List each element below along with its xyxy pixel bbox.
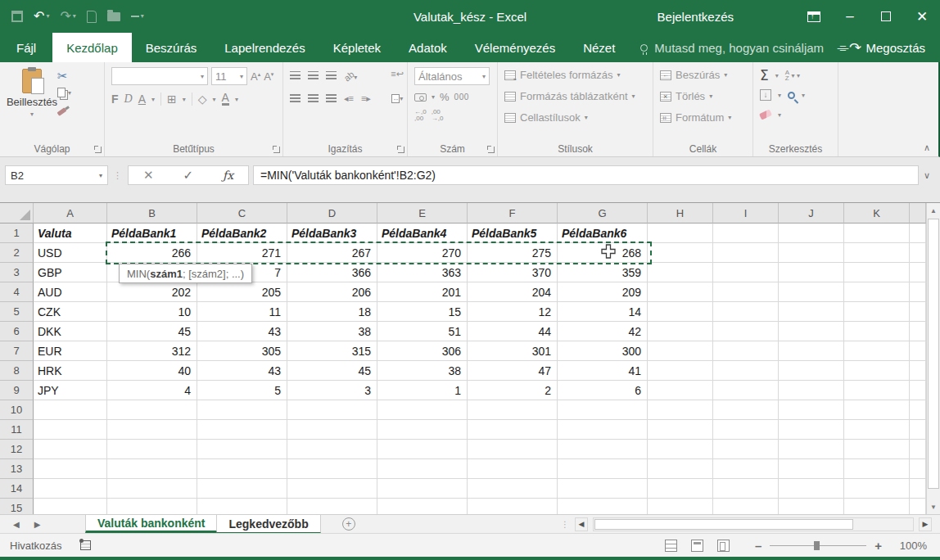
cell[interactable]: 266 <box>107 243 197 263</box>
cell[interactable] <box>713 381 779 400</box>
percent-style-button[interactable]: % <box>440 91 450 103</box>
cell[interactable] <box>377 499 468 514</box>
cell[interactable]: EUR <box>34 341 107 361</box>
scroll-right-icon[interactable]: ▶ <box>919 517 932 531</box>
row-header-3[interactable]: 3 <box>0 263 34 282</box>
cell[interactable] <box>910 224 926 243</box>
vertical-scrollbar-thumb[interactable] <box>928 219 939 489</box>
accounting-format-icon[interactable] <box>414 93 427 102</box>
cell[interactable] <box>713 400 779 420</box>
cell[interactable] <box>377 459 468 479</box>
tab-review[interactable]: Véleményezés <box>461 33 569 62</box>
row-header-9[interactable]: 9 <box>0 381 34 400</box>
cell[interactable] <box>34 499 107 514</box>
undo-button[interactable]: ↶▾ <box>34 10 49 23</box>
cell[interactable]: GBP <box>34 263 107 282</box>
name-box-resizer[interactable]: ⋮ <box>113 170 123 181</box>
sort-filter-button[interactable]: AZ▼▾ <box>785 70 800 81</box>
insert-cells-button[interactable]: Beszúrás▾ <box>660 67 748 83</box>
cell[interactable] <box>844 400 910 420</box>
cell[interactable]: 45 <box>287 361 377 381</box>
cell[interactable] <box>648 400 713 420</box>
chevron-down-icon[interactable]: ▾ <box>432 93 435 101</box>
cell[interactable]: 4 <box>107 381 197 400</box>
cell[interactable] <box>844 282 910 302</box>
cell[interactable] <box>648 243 713 263</box>
select-all-button[interactable] <box>0 203 34 224</box>
cell[interactable] <box>287 400 377 420</box>
delete-cells-button[interactable]: Törlés▾ <box>660 88 748 104</box>
add-sheet-icon[interactable]: + <box>342 517 355 531</box>
underline-button[interactable]: A <box>138 93 146 106</box>
font-dialog-launcher-icon[interactable] <box>273 147 280 153</box>
cell[interactable] <box>910 440 926 459</box>
cell[interactable] <box>779 282 844 302</box>
cell[interactable]: 47 <box>468 361 558 381</box>
cell[interactable] <box>910 282 926 302</box>
column-header-A[interactable]: A <box>34 203 107 224</box>
cell[interactable] <box>844 243 910 263</box>
chevron-down-icon[interactable]: ▾ <box>778 111 781 119</box>
enter-button[interactable]: ✓ <box>183 168 193 183</box>
cell[interactable] <box>648 440 713 459</box>
column-header-D[interactable]: D <box>287 203 377 224</box>
collapse-ribbon-icon[interactable]: ∧ <box>924 142 930 153</box>
tab-formulas[interactable]: Képletek <box>319 33 395 62</box>
cell[interactable]: 3 <box>287 381 377 400</box>
cell[interactable] <box>648 263 713 282</box>
cell[interactable] <box>779 224 844 243</box>
cell[interactable]: JPY <box>34 381 107 400</box>
borders-button[interactable]: ⊞ <box>167 93 177 106</box>
cell-styles-button[interactable]: Cellastílusok▾ <box>504 110 648 125</box>
cell[interactable] <box>713 420 779 440</box>
column-header-B[interactable]: B <box>107 203 197 224</box>
cell[interactable]: 38 <box>377 361 468 381</box>
cell[interactable] <box>713 224 779 243</box>
tab-page-layout[interactable]: Lapelrendezés <box>210 33 319 62</box>
cell[interactable] <box>648 302 713 322</box>
cell[interactable] <box>910 499 926 514</box>
cell[interactable] <box>779 341 844 361</box>
cell[interactable] <box>713 302 779 322</box>
cell[interactable] <box>648 381 713 400</box>
cancel-button[interactable]: ✕ <box>143 168 154 183</box>
cell[interactable] <box>377 400 468 420</box>
row-header-2[interactable]: 2 <box>0 243 34 263</box>
cell[interactable] <box>648 322 713 341</box>
cell[interactable] <box>197 459 287 479</box>
cell[interactable] <box>779 243 844 263</box>
cell[interactable] <box>107 479 197 499</box>
cell[interactable] <box>844 361 910 381</box>
cell[interactable] <box>713 263 779 282</box>
cell[interactable] <box>713 243 779 263</box>
copy-button[interactable]: ▾ <box>57 87 71 98</box>
cell[interactable] <box>713 341 779 361</box>
cell[interactable] <box>910 243 926 263</box>
cell[interactable] <box>197 400 287 420</box>
cell[interactable]: 45 <box>107 322 197 341</box>
macro-record-icon[interactable] <box>80 540 91 550</box>
chevron-down-icon[interactable]: ▾ <box>151 96 155 103</box>
cell[interactable] <box>779 459 844 479</box>
font-name-combo[interactable]: ▾ <box>111 67 208 85</box>
cell[interactable]: 1 <box>377 381 468 400</box>
cell[interactable]: 201 <box>377 282 468 302</box>
cell[interactable] <box>468 420 558 440</box>
shrink-font-button[interactable]: A▾ <box>264 70 273 83</box>
clear-icon[interactable] <box>759 109 772 120</box>
scrollbar-resizer[interactable]: ⋮ <box>561 520 570 529</box>
row-header-5[interactable]: 5 <box>0 302 34 322</box>
row-header-12[interactable]: 12 <box>0 440 34 459</box>
cell[interactable]: 306 <box>377 341 468 361</box>
cell[interactable] <box>558 440 648 459</box>
row-header-8[interactable]: 8 <box>0 361 34 381</box>
cell[interactable] <box>648 499 713 514</box>
column-header-H[interactable]: H <box>648 203 713 224</box>
cell[interactable] <box>844 381 910 400</box>
cell[interactable] <box>558 479 648 499</box>
cell[interactable] <box>779 322 844 341</box>
cell[interactable] <box>910 263 926 282</box>
cell[interactable] <box>377 479 468 499</box>
cell[interactable]: 43 <box>197 361 287 381</box>
cell[interactable]: 270 <box>377 243 468 263</box>
